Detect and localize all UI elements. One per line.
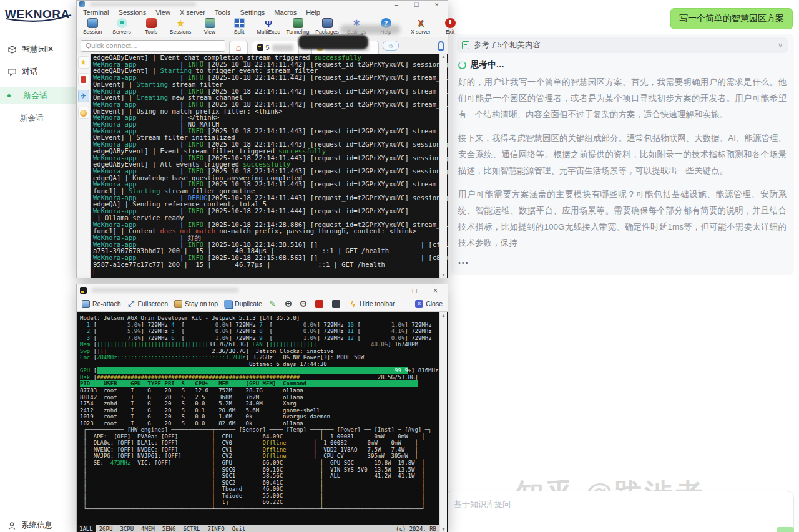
toolbar-icon: ϟ	[349, 300, 357, 308]
toolbar-button[interactable]: Re-attach	[82, 300, 121, 308]
toolbar-label: Fullscreen	[138, 300, 168, 307]
window1-titlebar[interactable]: – □ ×	[77, 1, 448, 7]
jtop-output: Model: Jetson AGX Orin Developer Kit - J…	[77, 312, 448, 512]
chevron-down-icon[interactable]: ∨	[778, 41, 783, 49]
toolbar-button[interactable]: ✎	[268, 300, 279, 308]
jtop-menu-item[interactable]: 4MEM	[137, 526, 159, 532]
menu-item[interactable]: Help	[306, 9, 320, 16]
sidebar: WEKNORA 智慧园区 对话 新会话 新会话	[0, 0, 76, 532]
jtop-menu-item[interactable]: 2GPU	[96, 526, 117, 532]
sidebar-item-smart-park[interactable]: 智慧园区	[0, 41, 76, 57]
toolbar-button[interactable]	[332, 300, 343, 308]
reference-row[interactable]: 参考了5个相关内容 ∨	[457, 37, 788, 53]
jtop-menu-item[interactable]: Quit	[228, 526, 250, 532]
send-plane-icon[interactable]: ✈	[78, 90, 89, 102]
toolbar-button[interactable]: Ψ MultiExec	[257, 18, 280, 35]
toolbar-icon	[82, 300, 90, 308]
sidebar-item-new-session[interactable]: 新会话	[0, 110, 76, 126]
toolbar-button[interactable]: +	[285, 301, 294, 307]
jtop-menu-item[interactable]: 7INFO	[204, 526, 228, 532]
terminal-log: edgeQAByEvent] | Event chat_completion_s…	[91, 54, 448, 278]
active-dot-icon	[7, 94, 11, 97]
send-button[interactable]	[777, 527, 794, 532]
assistant-message-card: 参考了5个相关内容 ∨ 思考中… 好的，用户让我写一个简单的智慧园区方案。首先，…	[451, 34, 794, 275]
toolbar-button[interactable]: −	[300, 301, 309, 307]
tools-icon[interactable]	[78, 73, 89, 85]
paperclip-icon[interactable]	[438, 41, 444, 51]
toolbar-icon	[315, 300, 323, 308]
chat-input[interactable]: 基于知识库提问	[444, 491, 794, 532]
menu-item[interactable]: X server	[180, 9, 205, 16]
thinking-paragraph: 好的，用户让我写一个简单的智慧园区方案。首先，我需要明确用户的需求是什么。他们可…	[458, 74, 787, 123]
maximize-button[interactable]: □	[414, 1, 419, 8]
system-info-label: 系统信息	[21, 520, 52, 531]
toolbar-button[interactable]: Tunneling	[286, 18, 310, 35]
toolbar-icon	[146, 18, 157, 28]
close-button[interactable]: ×	[435, 1, 439, 8]
home-tab[interactable]: ⌂	[229, 41, 248, 54]
tab-badge: 5	[266, 44, 270, 51]
terminal2[interactable]: Model: Jetson AGX Orin Developer Kit - J…	[77, 312, 448, 532]
menu-item[interactable]: Terminal	[83, 9, 109, 16]
thinking-spinner-icon	[458, 61, 466, 69]
menu-item[interactable]: Settings	[240, 9, 265, 16]
toolbar-button[interactable]: Split	[227, 18, 251, 35]
toolbar-icon: −	[300, 301, 306, 307]
clock-icon[interactable]	[78, 107, 89, 119]
toolbar-button[interactable]: Tools	[139, 18, 163, 35]
maximize-button[interactable]: □	[413, 287, 417, 294]
toolbar-button[interactable]: ϟ Hide toolbar	[349, 300, 395, 308]
jtop-menu-item[interactable]: 3CPU	[116, 526, 137, 532]
close-button[interactable]: ×	[433, 287, 438, 294]
toolbar-button[interactable]: Exit	[438, 18, 462, 35]
close-terminal-button[interactable]: × Close	[415, 300, 443, 308]
toolbar-button[interactable]: Stay on top	[174, 300, 218, 308]
minimize-button[interactable]: –	[395, 1, 398, 8]
redaction-smudge	[340, 25, 400, 34]
sidebar-item-new-session-active[interactable]: 新会话	[0, 87, 76, 104]
new-tab-button[interactable]: ✩	[383, 41, 399, 51]
toolbar-icon	[205, 18, 215, 28]
toolbar-button[interactable]	[315, 300, 326, 308]
thinking-label: 思考中…	[471, 59, 504, 70]
menu-item[interactable]: View	[155, 9, 170, 16]
favorites-icon[interactable]: ★	[78, 56, 89, 69]
toolbar-button[interactable]: Packages	[315, 18, 339, 35]
app-icon	[80, 287, 87, 294]
scroll-up-icon[interactable]: ▲	[441, 54, 446, 59]
scroll-down-icon[interactable]: ▼	[441, 273, 446, 277]
window2-title-redacted	[92, 288, 238, 293]
scroll-down-icon[interactable]: ▼	[441, 527, 446, 531]
menu-item[interactable]: Macros	[274, 9, 297, 16]
menu-item[interactable]: Tools	[215, 9, 231, 16]
scroll-up-icon[interactable]: ▲	[441, 313, 446, 317]
toolbar-button[interactable]: Duplicate	[224, 300, 262, 308]
jtop-menu-selected[interactable]: 1ALL	[77, 525, 96, 532]
window2-toolbar: Re-attach ⤢ Fullscreen Stay on top	[77, 296, 448, 312]
jtop-menu-item[interactable]: 5ENG	[159, 526, 180, 532]
scrollbar[interactable]: ▲ ▼	[439, 54, 447, 278]
window2-titlebar[interactable]: – □ ×	[77, 284, 448, 296]
toolbar-button[interactable]: X X server	[409, 18, 433, 35]
minimize-button[interactable]: –	[392, 287, 396, 294]
toolbar-icon	[322, 18, 333, 28]
toolbar-icon: Ψ	[263, 18, 274, 28]
cube-icon	[7, 45, 17, 54]
session-tab[interactable]: 5	[252, 41, 299, 54]
jtop-menu-item[interactable]: 6CTRL	[179, 526, 203, 532]
scrollbar[interactable]: ▲ ▼	[439, 312, 447, 532]
chat-bubble-icon	[7, 67, 17, 77]
terminal1[interactable]: ★ ✈ edgeQAByEvent] | Event chat_completi…	[77, 54, 448, 278]
sidebar-item-label: 新会话	[20, 113, 44, 123]
toolbar-button[interactable]: View	[198, 18, 222, 35]
user-message-bubble: 写一个简单的智慧园区方案	[670, 8, 793, 29]
menu-item[interactable]: Sessions	[119, 9, 147, 16]
toolbar-button[interactable]: Session	[81, 18, 104, 35]
sidebar-system-info[interactable]: 系统信息	[0, 519, 76, 532]
toolbar-button[interactable]: Servers	[110, 18, 134, 35]
sidebar-item-chat[interactable]: 对话	[0, 64, 76, 80]
quick-connect-input[interactable]: Quick connect...	[81, 40, 225, 52]
toolbar-icon	[224, 300, 232, 308]
toolbar-button[interactable]: ★ Sessions	[169, 18, 192, 35]
toolbar-button[interactable]: ⤢ Fullscreen	[127, 300, 168, 308]
